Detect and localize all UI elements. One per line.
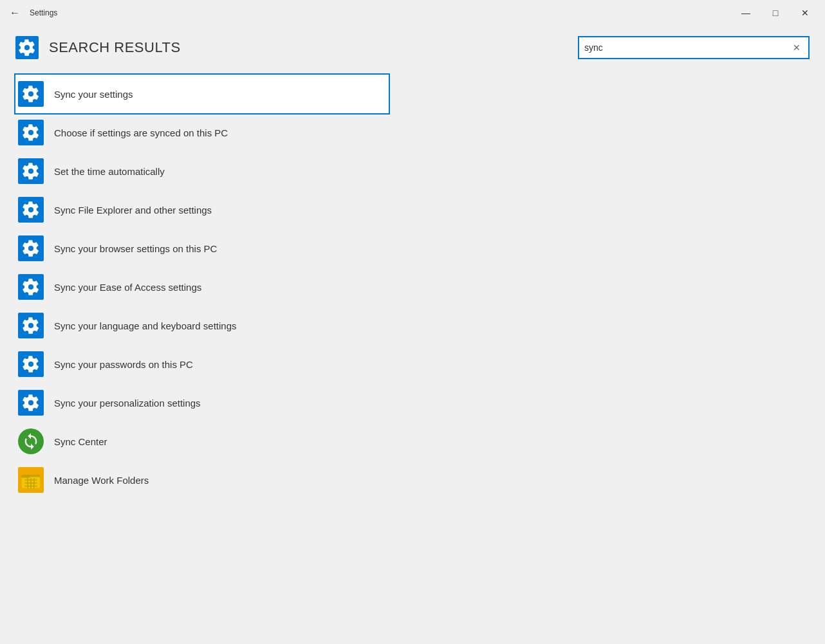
result-icon-3 [18,197,44,223]
result-icon-4 [18,235,44,261]
gear-icon-5 [22,278,40,296]
result-label-9: Sync Center [54,436,107,447]
settings-window: ← Settings — □ ✕ SEARCH RESULTS ✕ [0,0,825,644]
result-icon-8 [18,390,44,416]
gear-icon-7 [22,355,40,373]
titlebar-left: ← Settings [5,3,57,23]
search-clear-button[interactable]: ✕ [790,41,803,54]
result-item-sync-browser[interactable]: Sync your browser settings on this PC [15,229,389,268]
search-input-wrapper[interactable]: ✕ [578,36,810,59]
result-label-2: Set the time automatically [54,166,165,177]
result-icon-9 [18,428,44,454]
gear-icon-6 [22,317,40,335]
result-item-choose-settings[interactable]: Choose if settings are synced on this PC [15,113,389,152]
result-item-sync-center[interactable]: Sync Center [15,422,389,461]
result-item-sync-explorer[interactable]: Sync File Explorer and other settings [15,190,389,229]
result-label-8: Sync your personalization settings [54,398,201,409]
result-label-0: Sync your settings [54,89,133,100]
result-icon-5 [18,274,44,300]
result-item-sync-language[interactable]: Sync your language and keyboard settings [15,306,389,345]
result-item-set-time[interactable]: Set the time automatically [15,152,389,190]
page-title: SEARCH RESULTS [49,39,181,56]
gear-icon-3 [22,201,40,219]
gear-icon-1 [22,124,40,142]
result-label-4: Sync your browser settings on this PC [54,243,217,254]
window-title: Settings [30,8,57,17]
result-label-3: Sync File Explorer and other settings [54,205,212,216]
gear-icon [18,39,36,57]
result-label-7: Sync your passwords on this PC [54,359,193,370]
gear-icon-4 [22,239,40,257]
result-item-sync-passwords[interactable]: Sync your passwords on this PC [15,345,389,383]
header: SEARCH RESULTS ✕ [0,26,825,69]
result-icon-0 [18,81,44,107]
result-icon-2 [18,158,44,184]
back-button[interactable]: ← [5,3,24,23]
minimize-button[interactable]: — [731,0,761,26]
result-label-6: Sync your language and keyboard settings [54,320,237,331]
close-button[interactable]: ✕ [790,0,820,26]
result-icon-1 [18,120,44,145]
header-icon [15,36,39,59]
gear-icon-0 [22,85,40,103]
result-icon-6 [18,313,44,338]
sync-center-icon [22,432,40,450]
result-item-sync-personalization[interactable]: Sync your personalization settings [15,383,389,422]
result-icon-10 [18,467,44,493]
result-item-sync-ease[interactable]: Sync your Ease of Access settings [15,268,389,306]
svg-rect-2 [22,475,30,478]
gear-icon-2 [22,162,40,180]
search-input[interactable] [584,42,790,53]
maximize-button[interactable]: □ [761,0,790,26]
result-item-sync-settings[interactable]: Sync your settings [15,75,389,113]
result-label-5: Sync your Ease of Access settings [54,282,201,293]
titlebar-controls: — □ ✕ [731,0,820,26]
result-icon-7 [18,351,44,377]
result-label-1: Choose if settings are synced on this PC [54,127,228,138]
work-folders-icon [21,470,41,490]
gear-icon-8 [22,394,40,412]
result-label-10: Manage Work Folders [54,475,149,486]
titlebar: ← Settings — □ ✕ [0,0,825,26]
search-results-list: Sync your settings Choose if settings ar… [0,69,825,644]
search-bar: ✕ [578,36,810,59]
result-item-work-folders[interactable]: Manage Work Folders [15,461,389,499]
